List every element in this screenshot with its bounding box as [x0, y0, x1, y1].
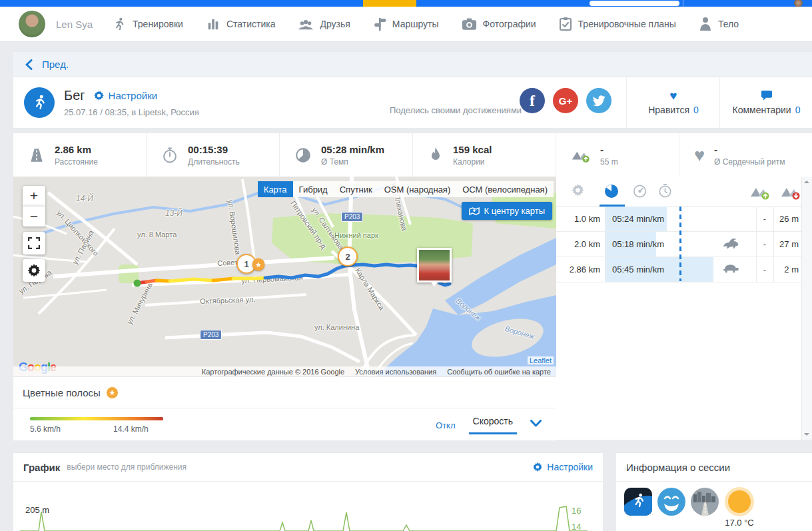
graph-hint: выбери место для приближения	[67, 462, 187, 472]
layer-tab-osm-cycle[interactable]: ОСМ (велосипедная)	[456, 181, 554, 197]
bands-metric-tab[interactable]: Скорость	[469, 416, 517, 434]
user-avatar[interactable]	[19, 11, 45, 37]
map-pin-icon	[469, 207, 480, 216]
map-settings-button[interactable]	[23, 259, 45, 282]
table-divider	[773, 207, 774, 282]
browser-top-strip	[0, 0, 812, 7]
user-name[interactable]: Len Sya	[56, 19, 93, 30]
sports-tracker-app-icon	[624, 488, 652, 516]
graph-plot-area[interactable]: 205 m 16 14	[13, 481, 603, 531]
recenter-map-button[interactable]: К центру карты	[462, 202, 553, 220]
share-prompt: Поделись своими достижениями	[390, 105, 522, 115]
browser-search-box[interactable]	[590, 1, 679, 6]
bands-off-link[interactable]: Откл	[436, 420, 456, 430]
breadcrumb-back[interactable]: Пред.	[13, 52, 812, 77]
browser-divider	[683, 0, 683, 7]
stat-value: 2.86 km	[55, 144, 98, 155]
stat-heart-rate: ♥ -Ø Сердечный ритм	[679, 133, 812, 177]
nav-item-friends[interactable]: Друзья	[298, 17, 350, 31]
map-layer-switcher: Карта Гибрид Спутник OSM (народная) ОСМ …	[258, 181, 554, 197]
heart-icon: ♥	[669, 91, 677, 101]
lap-pace: 05:45 min/km	[612, 257, 664, 282]
map-zoom-out-button[interactable]: −	[23, 206, 45, 227]
stat-calories: 159 kcalКалории	[413, 133, 556, 177]
nav-item-body[interactable]: Тело	[699, 17, 739, 31]
nav-item-workouts[interactable]: Тренировки	[111, 17, 183, 32]
laps-scrollbar[interactable]	[801, 177, 812, 440]
report-error-link[interactable]: Сообщить об ошибке на карте	[447, 368, 551, 376]
sport-run-icon	[24, 87, 55, 118]
facebook-share-button[interactable]: f	[520, 88, 545, 113]
km-marker-label: 2	[345, 252, 350, 262]
star-marker-icon[interactable]: ★	[252, 259, 265, 271]
training-plan-icon	[559, 17, 572, 31]
gradient-min-label: 5.6 km/h	[30, 424, 61, 434]
stat-label: Длительность	[188, 157, 240, 167]
stat-label: Ø Сердечный ритм	[714, 157, 785, 167]
gradient-max-label: 14.4 km/h	[113, 424, 149, 434]
stat-duration: 00:15:39Длительность	[147, 133, 280, 177]
nav-item-photos[interactable]: Фотографии	[462, 17, 536, 31]
workout-settings-link[interactable]: Настройки	[93, 90, 158, 101]
lap-descent: 2 m	[772, 257, 799, 282]
layer-tab-osm[interactable]: OSM (народная)	[378, 181, 457, 197]
leaflet-attribution-link[interactable]: Leaflet	[528, 356, 554, 364]
nav-item-training-plans[interactable]: Тренировочные планы	[559, 17, 676, 31]
finish-avatar-marker[interactable]	[417, 248, 452, 282]
lap-pace: 05:18 min/km	[612, 232, 664, 257]
weather-sun-icon	[728, 490, 751, 513]
stat-altitude: -55 m	[556, 133, 679, 177]
layer-tab-map[interactable]: Карта	[258, 181, 293, 197]
map[interactable]: Р20314-Й13-Йул. 8 Мартаул. Циолковскогоу…	[13, 177, 556, 376]
lap-distance: 2.0 km	[556, 232, 600, 257]
color-bands-title: Цветные полосы	[23, 387, 101, 398]
pace-icon	[294, 147, 312, 164]
stats-row: 2.86 kmРасстояние 00:15:39Длительность 0…	[13, 133, 812, 177]
graph-right-axis-value: 14	[572, 522, 581, 531]
nav-item-routes[interactable]: Маршруты	[373, 17, 439, 31]
nav-item-label: Тренировки	[133, 19, 183, 29]
layer-tab-hybrid[interactable]: Гибрид	[293, 181, 334, 197]
duration-tab-icon[interactable]	[657, 183, 673, 199]
lap-descent: 26 m	[772, 207, 799, 231]
chevron-down-icon[interactable]	[530, 420, 542, 431]
lap-heart-rate: -	[756, 207, 773, 231]
descent-column-icon	[780, 183, 801, 201]
scroll-down-icon[interactable]	[804, 433, 809, 436]
elevation-sparkline	[13, 481, 603, 531]
lap-distance: 1.0 km	[556, 207, 600, 231]
lap-distance: 2.86 km	[556, 257, 600, 282]
map-fullscreen-button[interactable]	[23, 232, 45, 255]
terms-link[interactable]: Условия использования	[355, 368, 436, 376]
google-plus-share-button[interactable]: G+	[553, 88, 578, 113]
flame-icon	[428, 147, 444, 164]
signpost-icon	[373, 17, 386, 31]
speed-tab-icon[interactable]	[631, 183, 648, 198]
camera-icon	[462, 17, 477, 31]
like-block[interactable]: ♥ Нравится0	[626, 77, 720, 128]
km-marker-2[interactable]: 2	[338, 247, 358, 266]
twitter-share-button[interactable]	[586, 88, 611, 113]
speed-gradient-bar	[30, 417, 163, 420]
breadcrumb-label: Пред.	[42, 59, 69, 70]
pace-tab-icon[interactable]	[604, 183, 619, 199]
attribution-text: Картографические данные © 2016 Google	[202, 368, 344, 376]
graph-panel: График выбери место для приближения Наст…	[13, 453, 603, 531]
nav-item-label: Тело	[718, 19, 739, 29]
bar-chart-icon	[206, 17, 220, 31]
scroll-up-icon[interactable]	[804, 181, 809, 183]
nav-item-label: Тренировочные планы	[578, 19, 676, 29]
nav-item-label: Друзья	[320, 19, 350, 29]
stat-value: -	[714, 144, 785, 155]
nav-item-statistics[interactable]: Статистика	[206, 17, 276, 31]
workout-datetime-location: 25.07.16 / 08:35, в Lipetsk, Россия	[64, 107, 199, 117]
settings-icon[interactable]	[571, 183, 585, 197]
map-zoom-in-button[interactable]: +	[23, 186, 45, 206]
stat-value: 159 kcal	[453, 144, 492, 155]
workout-title: Бег	[64, 88, 85, 103]
recenter-label: К центру карты	[484, 206, 546, 216]
layer-tab-satellite[interactable]: Спутник	[334, 181, 378, 197]
session-temperature: 17.0 °C	[719, 518, 760, 528]
comments-block[interactable]: Комментарии0	[719, 77, 812, 128]
graph-settings-link[interactable]: Настройки	[532, 462, 593, 472]
